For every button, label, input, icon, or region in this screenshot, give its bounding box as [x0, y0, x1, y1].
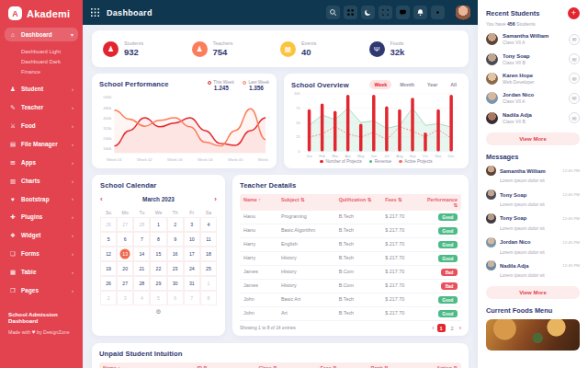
calendar-day[interactable]: 28: [133, 276, 150, 291]
app-logo[interactable]: A Akademi: [0, 0, 83, 26]
calendar-day[interactable]: 12: [100, 247, 117, 261]
sidebar-item[interactable]: ⊞ Apps ›: [5, 155, 78, 170]
sidebar-item[interactable]: ✚ Plugins ›: [5, 210, 78, 224]
header-icon-button[interactable]: [431, 6, 445, 19]
calendar-day[interactable]: 26: [100, 276, 117, 291]
calendar-day[interactable]: 3: [184, 217, 200, 232]
sidebar-item[interactable]: ❖ Widget ›: [5, 228, 78, 243]
calendar-settings-icon[interactable]: ⚙: [100, 308, 217, 316]
column-header-rank[interactable]: Rank ⇅: [368, 362, 414, 368]
message-list-item[interactable]: Samantha William 12:45 PM Lorem ipsum do…: [486, 163, 580, 187]
calendar-day[interactable]: 8: [200, 291, 217, 305]
message-list-item[interactable]: Jordan Nico 12:45 PM Lorem ipsum dolor s…: [486, 234, 580, 258]
menu-grid-icon[interactable]: [90, 7, 100, 17]
calendar-day[interactable]: 5: [100, 232, 117, 247]
column-header-id[interactable]: ID ⇅: [193, 362, 254, 368]
calendar-day[interactable]: 8: [150, 232, 166, 247]
column-header-performance[interactable]: Performance ⇅: [419, 194, 461, 211]
calendar-day[interactable]: 11: [200, 232, 217, 247]
calendar-day[interactable]: 28: [133, 217, 150, 232]
sidebar-item[interactable]: ▤ File Manager ›: [5, 137, 78, 152]
pagination-next-icon[interactable]: ›: [459, 325, 461, 331]
column-header-fees[interactable]: Fees ⇅: [316, 362, 367, 368]
calendar-day[interactable]: 2: [100, 291, 117, 305]
sidebar-item[interactable]: ▥ Charts ›: [5, 174, 78, 189]
calendar-day[interactable]: 4: [200, 217, 217, 232]
calendar-day[interactable]: 20: [117, 261, 133, 276]
calendar-day[interactable]: 6: [117, 232, 133, 247]
column-header-name[interactable]: Name ↑: [240, 194, 277, 211]
calendar-day[interactable]: 4: [133, 291, 150, 305]
message-student-button[interactable]: ✉: [569, 53, 580, 64]
message-list-item[interactable]: Tony Soap 12:45 PM Lorem ipsum dolor sit: [486, 187, 580, 211]
calendar-day[interactable]: 1: [150, 217, 166, 232]
sidebar-item[interactable]: ♟ Student ›: [5, 82, 78, 97]
calendar-day[interactable]: 9: [167, 232, 184, 247]
calendar-day[interactable]: 10: [184, 232, 200, 247]
calendar-day[interactable]: 31: [184, 276, 200, 291]
page-button[interactable]: 1: [437, 324, 446, 332]
calendar-day[interactable]: 16: [167, 247, 184, 261]
message-student-button[interactable]: ✉: [569, 73, 580, 84]
sidebar-item-dashboard[interactable]: ⌂ Dashboard ▾: [5, 28, 78, 41]
calendar-day[interactable]: 17: [184, 247, 200, 261]
message-list-item[interactable]: Tony Soap 12:45 PM Lorem ipsum dolor sit: [486, 210, 580, 234]
calendar-day[interactable]: 21: [133, 261, 150, 276]
sidebar-item[interactable]: ♥ Bootstrap ›: [5, 192, 78, 206]
sidebar-item[interactable]: ⚔ Food ›: [5, 119, 78, 133]
calendar-day[interactable]: 24: [184, 261, 200, 276]
calendar-day[interactable]: 15: [150, 247, 166, 261]
calendar-day[interactable]: 1: [200, 276, 217, 291]
pagination-prev-icon[interactable]: ‹: [432, 325, 434, 331]
view-more-messages-button[interactable]: View More: [486, 286, 580, 299]
calendar-day[interactable]: 29: [150, 276, 166, 291]
calendar-day[interactable]: 25: [200, 261, 217, 276]
submenu-item[interactable]: Dashboard Dark: [21, 56, 83, 66]
calendar-day[interactable]: 27: [117, 276, 133, 291]
column-header-subject[interactable]: Subject ⇅: [277, 194, 335, 211]
view-more-students-button[interactable]: View More: [486, 132, 580, 145]
tab[interactable]: Week: [369, 80, 391, 89]
avatar[interactable]: [456, 6, 470, 20]
calendar-day[interactable]: 22: [150, 261, 166, 276]
message-list-item[interactable]: Nadila Adja 12:45 PM Lorem ipsum dolor s…: [486, 258, 580, 282]
sidebar-item[interactable]: ✎ Teacher ›: [5, 100, 78, 115]
calendar-day[interactable]: 26: [100, 217, 117, 232]
calendar-day[interactable]: 27: [117, 217, 133, 232]
header-icon-button[interactable]: [379, 6, 392, 19]
calendar-day[interactable]: 7: [184, 291, 200, 305]
calendar-day[interactable]: 30: [167, 276, 184, 291]
submenu-item[interactable]: Finance: [21, 66, 83, 76]
message-student-button[interactable]: ✉: [569, 34, 580, 45]
submenu-item[interactable]: Dashboard Light: [21, 46, 83, 56]
column-header-action[interactable]: Action ⇅: [414, 362, 461, 368]
tab[interactable]: Year: [423, 80, 442, 89]
sidebar-item[interactable]: ❐ Pages ›: [5, 283, 78, 298]
calendar-next-icon[interactable]: ›: [208, 195, 217, 203]
header-icon-button[interactable]: [326, 6, 340, 19]
page-button[interactable]: 2: [448, 324, 457, 332]
sidebar-item[interactable]: ❏ Forms ›: [5, 247, 78, 261]
calendar-day[interactable]: 23: [167, 261, 184, 276]
header-icon-button[interactable]: [396, 6, 410, 19]
header-icon-button[interactable]: [413, 6, 427, 19]
column-header-name[interactable]: Name ↑: [99, 362, 193, 368]
tab[interactable]: Month: [395, 80, 419, 89]
calendar-day[interactable]: 7: [133, 232, 150, 247]
tab[interactable]: All: [446, 80, 461, 89]
calendar-day[interactable]: 6: [167, 291, 184, 305]
calendar-prev-icon[interactable]: ‹: [100, 195, 109, 203]
calendar-day[interactable]: 13: [117, 247, 133, 261]
header-icon-button[interactable]: [344, 6, 357, 19]
column-header-class[interactable]: Class ⇅: [254, 362, 316, 368]
calendar-day[interactable]: 2: [167, 217, 184, 232]
calendar-day[interactable]: 5: [150, 291, 166, 305]
calendar-day[interactable]: 18: [200, 247, 217, 261]
column-header-qualification[interactable]: Qulification ⇅: [335, 194, 382, 211]
add-student-button[interactable]: +: [568, 7, 580, 19]
calendar-day[interactable]: 3: [117, 291, 133, 305]
calendar-day[interactable]: 19: [100, 261, 117, 276]
column-header-fees[interactable]: Fees ⇅: [381, 194, 419, 211]
header-icon-button[interactable]: [361, 6, 375, 19]
message-student-button[interactable]: ✉: [569, 112, 580, 123]
